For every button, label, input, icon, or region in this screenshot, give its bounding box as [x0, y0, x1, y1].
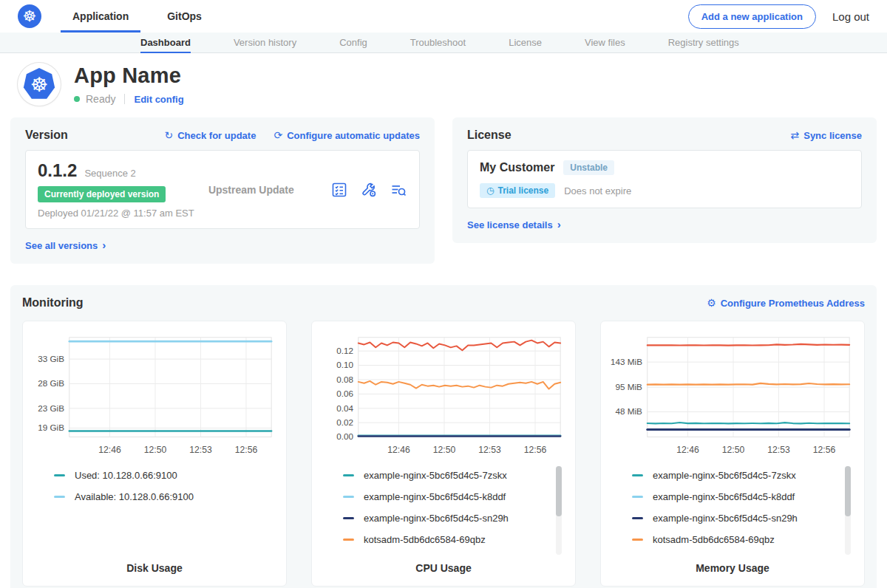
- version-number: 0.1.2: [38, 160, 77, 181]
- monitoring-title: Monitoring: [22, 296, 84, 310]
- legend-label: example-nginx-5bc6f5d4c5-sn29h: [364, 513, 509, 524]
- license-card-header: License ⇄ Sync license: [467, 129, 862, 142]
- svg-text:0.04: 0.04: [336, 403, 353, 413]
- deployed-timestamp: Deployed 01/21/22 @ 11:57 am EST: [38, 208, 194, 219]
- channel-badge: Unstable: [563, 160, 614, 175]
- legend-label: example-nginx-5bc6f5d4c5-k8ddf: [653, 491, 795, 502]
- svg-text:12:56: 12:56: [524, 445, 547, 455]
- customer-row: My Customer Unstable: [480, 160, 849, 175]
- kubernetes-wheel-glyph: ☸: [30, 75, 48, 95]
- legend-scrollbar[interactable]: [556, 466, 562, 555]
- configure-automatic-updates-link[interactable]: ⟳ Configure automatic updates: [273, 130, 420, 141]
- legend-item: example-nginx-5bc6f5d4c5-sn29h: [632, 507, 855, 529]
- legend-item: kotsadm-5db6dc6584-69qbz: [343, 529, 566, 550]
- trial-license-badge: ◷ Trial license: [480, 183, 555, 198]
- topnav-right: Add a new application Log out: [688, 4, 869, 29]
- version-card-header: Version ↻ Check for update ⟳ Configure a…: [25, 129, 420, 142]
- svg-text:12:53: 12:53: [767, 445, 790, 455]
- view-diff-logs-icon[interactable]: [390, 181, 407, 199]
- legend-label: example-nginx-5bc6f5d4c5-7zskx: [653, 470, 796, 481]
- legend-swatch-available: [54, 496, 65, 498]
- subnav-tab-license[interactable]: License: [509, 33, 542, 52]
- svg-text:23 GiB: 23 GiB: [38, 403, 64, 413]
- legend-label: kotsadm-5db6dc6584-69qbz: [653, 534, 775, 545]
- version-action-icons: [330, 181, 407, 199]
- legend-swatch: [632, 517, 643, 519]
- legend-scrollbar[interactable]: [845, 466, 851, 555]
- add-new-application-button[interactable]: Add a new application: [688, 4, 816, 29]
- edit-config-wrench-icon[interactable]: [360, 181, 378, 199]
- svg-text:95 MiB: 95 MiB: [616, 382, 643, 392]
- license-card: License ⇄ Sync license My Customer Unsta…: [452, 117, 877, 243]
- memory-usage-chart: 48 MiB95 MiB143 MiB12:4612:5012:5312:56: [610, 330, 855, 459]
- svg-text:0.12: 0.12: [336, 346, 353, 355]
- preflight-checks-icon[interactable]: [330, 181, 348, 199]
- subnav-tab-config[interactable]: Config: [339, 33, 367, 52]
- see-license-details-label: See license details: [467, 219, 553, 230]
- summary-cards-row: Version ↻ Check for update ⟳ Configure a…: [0, 113, 887, 264]
- kubernetes-app-icon: ☸: [23, 68, 55, 100]
- sync-license-link[interactable]: ⇄ Sync license: [790, 130, 862, 141]
- version-source-label: Upstream Update: [208, 184, 294, 196]
- disk-usage-title: Disk Usage: [32, 562, 277, 574]
- topnav-tabs: Application GitOps: [68, 0, 236, 33]
- see-all-versions-label: See all versions: [25, 240, 98, 251]
- svg-text:0.08: 0.08: [336, 375, 353, 384]
- legend-item: kotsadm-5db6dc6584-69qbz: [632, 529, 855, 550]
- trial-license-label: Trial license: [497, 185, 548, 196]
- auto-update-icon: ⟳: [273, 130, 282, 140]
- version-card: Version ↻ Check for update ⟳ Configure a…: [10, 117, 435, 264]
- svg-text:33 GiB: 33 GiB: [38, 354, 64, 363]
- divider: [124, 94, 125, 104]
- disk-usage-card: 19 GiB23 GiB28 GiB33 GiB12:4612:5012:531…: [22, 321, 287, 587]
- monitoring-panel: Monitoring ⚙ Configure Prometheus Addres…: [10, 285, 877, 588]
- subnav-tab-registry-settings[interactable]: Registry settings: [668, 33, 739, 52]
- app-status-row: Ready Edit config: [74, 93, 184, 105]
- tab-application[interactable]: Application: [68, 0, 133, 33]
- disk-usage-chart: 19 GiB23 GiB28 GiB33 GiB12:4612:5012:531…: [32, 330, 277, 459]
- see-all-versions-link[interactable]: See all versions ›: [25, 240, 106, 251]
- version-card-links: ↻ Check for update ⟳ Configure automatic…: [164, 130, 420, 141]
- svg-text:0.00: 0.00: [336, 431, 353, 441]
- legend-swatch: [632, 496, 643, 498]
- status-text: Ready: [86, 93, 115, 105]
- license-card-footer: See license details ›: [467, 218, 862, 231]
- legend-item: example-nginx-5bc6f5d4c5-7zskx: [343, 465, 566, 486]
- charts-row: 19 GiB23 GiB28 GiB33 GiB12:4612:5012:531…: [22, 321, 865, 587]
- svg-text:28 GiB: 28 GiB: [38, 378, 64, 388]
- license-card-title: License: [467, 129, 512, 142]
- legend-label: example-nginx-5bc6f5d4c5-sn29h: [653, 513, 798, 524]
- status-ready-dot: [74, 96, 80, 102]
- legend-item: example-nginx-5bc6f5d4c5-sn29h: [343, 507, 566, 529]
- svg-text:143 MiB: 143 MiB: [611, 357, 642, 366]
- logout-button[interactable]: Log out: [832, 10, 869, 23]
- legend-scrollbar-thumb[interactable]: [556, 466, 562, 516]
- subnav-tab-troubleshoot[interactable]: Troubleshoot: [410, 33, 466, 52]
- legend-swatch: [343, 474, 354, 476]
- memory-usage-legend: example-nginx-5bc6f5d4c5-7zskx example-n…: [632, 465, 855, 559]
- app-subnav: Dashboard Version history Config Trouble…: [0, 33, 887, 53]
- subnav-tab-dashboard[interactable]: Dashboard: [140, 33, 191, 52]
- configure-automatic-updates-label: Configure automatic updates: [287, 130, 420, 141]
- subnav-tab-view-files[interactable]: View files: [585, 33, 625, 52]
- configure-prometheus-link[interactable]: ⚙ Configure Prometheus Address: [707, 298, 865, 309]
- legend-label: example-nginx-5bc6f5d4c5-k8ddf: [364, 491, 506, 502]
- stopwatch-icon: ◷: [486, 185, 494, 196]
- memory-usage-card: 48 MiB95 MiB143 MiB12:4612:5012:5312:56 …: [600, 321, 865, 587]
- svg-text:0.06: 0.06: [336, 389, 353, 398]
- svg-text:12:53: 12:53: [189, 445, 212, 455]
- sync-icon: ⇄: [790, 130, 799, 140]
- svg-text:12:46: 12:46: [98, 445, 121, 455]
- app-header-text: App Name Ready Edit config: [74, 64, 184, 105]
- edit-config-link[interactable]: Edit config: [134, 94, 183, 105]
- memory-usage-title: Memory Usage: [610, 562, 855, 574]
- legend-scrollbar-thumb[interactable]: [845, 466, 851, 516]
- subnav-tab-version-history[interactable]: Version history: [234, 33, 296, 52]
- license-expiry-text: Does not expire: [564, 185, 631, 196]
- see-license-details-link[interactable]: See license details ›: [467, 219, 561, 230]
- legend-label: kotsadm-5db6dc6584-69qbz: [364, 534, 486, 545]
- kubernetes-wheel-glyph: ☸: [23, 9, 37, 24]
- legend-swatch: [632, 539, 643, 541]
- tab-gitops[interactable]: GitOps: [163, 0, 206, 33]
- check-for-update-link[interactable]: ↻ Check for update: [164, 130, 256, 141]
